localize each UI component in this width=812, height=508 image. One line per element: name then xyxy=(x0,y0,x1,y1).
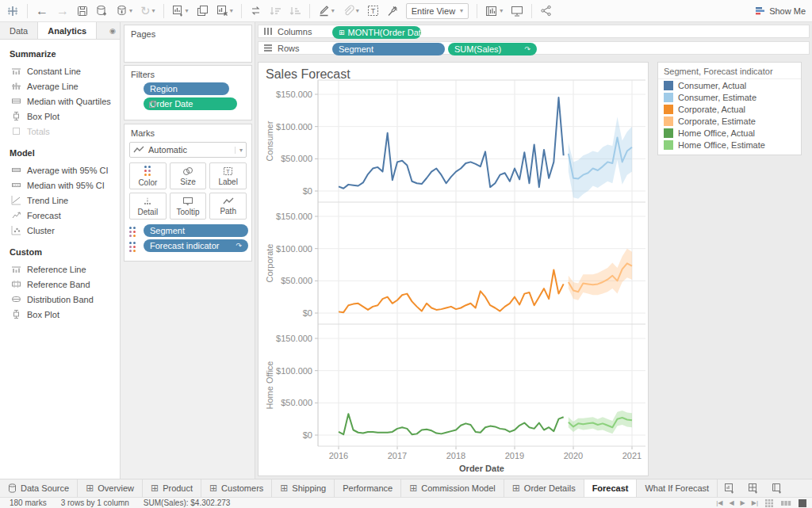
filter-pill-region[interactable]: Region xyxy=(144,82,229,95)
prev-page-icon[interactable]: ◀ xyxy=(729,499,733,506)
grid-view-icon[interactable] xyxy=(764,498,774,508)
share-icon[interactable] xyxy=(540,5,552,17)
consumer-forecast-band[interactable] xyxy=(569,116,632,198)
sales-forecast-chart[interactable]: 201620172018201920202021$150.000$100.000… xyxy=(259,63,648,476)
last-page-icon[interactable]: ▶| xyxy=(752,499,758,506)
new-worksheet-button[interactable] xyxy=(718,479,741,497)
highlight-icon[interactable]: ▾ xyxy=(318,5,335,17)
legend-card[interactable]: Segment, Forecast indicator Consumer, Ac… xyxy=(657,62,802,155)
tab-overview[interactable]: ⊞Overview xyxy=(78,479,143,497)
path-button[interactable]: Path xyxy=(209,193,247,220)
filter-pill-order-date[interactable]: Order Date xyxy=(144,97,237,110)
next-page-icon[interactable]: ▶ xyxy=(741,499,745,506)
show-labels-icon[interactable]: ▾ xyxy=(485,6,503,17)
pages-card[interactable]: Pages xyxy=(124,25,252,63)
undo-icon[interactable]: ← xyxy=(36,5,48,17)
caret-down-icon[interactable]: ▾ xyxy=(356,8,359,14)
sort-ascending-icon[interactable] xyxy=(270,5,282,17)
tab-analytics[interactable]: Analytics xyxy=(38,22,97,39)
legend-item[interactable]: Corporate, Actual xyxy=(658,103,801,115)
analytics-item-constant-line[interactable]: Constant Line xyxy=(0,63,120,78)
tab-commission-model[interactable]: ⊞Commission Model xyxy=(401,479,504,497)
legend-item[interactable]: Consumer, Actual xyxy=(658,79,801,91)
analytics-item-distribution-band[interactable]: Distribution Band xyxy=(0,292,120,307)
swap-axes-icon[interactable] xyxy=(250,5,262,17)
tab-performance[interactable]: Performance xyxy=(335,479,401,497)
presentation-mode-icon[interactable] xyxy=(511,6,523,17)
sort-descending-icon[interactable] xyxy=(289,5,301,17)
new-dashboard-button[interactable] xyxy=(741,479,765,497)
single-view-icon[interactable] xyxy=(798,498,807,508)
detail-button[interactable]: Detail xyxy=(129,193,167,220)
marks-pill-forecast-indicator[interactable]: Forecast indicator↷ xyxy=(144,239,248,252)
rows-shelf[interactable]: Rows Segment SUM(Sales)↷ xyxy=(258,41,810,55)
new-worksheet-icon[interactable]: ▾ xyxy=(172,5,189,17)
show-me-button[interactable]: Show Me xyxy=(755,6,806,16)
save-icon[interactable] xyxy=(77,6,88,17)
clear-sheet-icon[interactable]: ▾ xyxy=(216,5,233,17)
caret-down-icon[interactable]: ▾ xyxy=(186,8,189,14)
analytics-item-median-ci[interactable]: Median with 95% CI xyxy=(0,178,120,193)
analytics-item-cluster[interactable]: Cluster xyxy=(0,223,120,238)
home-office-actual-line[interactable] xyxy=(339,414,564,434)
rows-pill-segment[interactable]: Segment xyxy=(332,43,445,55)
datasource-icon[interactable]: ▾ xyxy=(116,5,132,17)
tooltip-button[interactable]: Tooltip xyxy=(170,193,207,220)
format-paperclip-icon[interactable]: ▾ xyxy=(343,5,359,17)
rows-pill-sum-sales[interactable]: SUM(Sales)↷ xyxy=(448,43,537,55)
filters-card[interactable]: Filters Region Order Date xyxy=(124,65,252,120)
pane-pin-icon[interactable]: ◉ xyxy=(105,22,120,39)
analytics-item-trend-line[interactable]: Trend Line xyxy=(0,193,120,208)
columns-pill-month-order-date[interactable]: ⊞MONTH(Order Dat.. xyxy=(332,26,421,39)
tab-what-if-forecast[interactable]: What If Forecast xyxy=(637,479,718,497)
new-story-button[interactable] xyxy=(765,479,789,497)
analytics-item-average-line[interactable]: Average Line xyxy=(0,78,120,94)
caret-down-icon[interactable]: ▾ xyxy=(331,8,335,14)
caret-down-icon[interactable]: ▾ xyxy=(152,8,155,14)
tab-forecast[interactable]: Forecast xyxy=(584,479,638,497)
tab-product[interactable]: ⊞Product xyxy=(143,479,201,497)
caret-down-icon[interactable]: ▾ xyxy=(230,8,233,14)
legend-item[interactable]: Home Office, Estimate xyxy=(658,139,801,151)
marks-card[interactable]: Marks Automatic ▾ Color Size TLabel Deta… xyxy=(124,124,252,262)
caret-down-icon[interactable]: ▾ xyxy=(500,8,503,14)
caret-down-icon[interactable]: ▾ xyxy=(235,147,243,154)
tab-data[interactable]: Data xyxy=(0,22,38,39)
new-datasource-icon[interactable] xyxy=(96,5,108,17)
marks-pill-segment[interactable]: Segment xyxy=(144,224,248,237)
duplicate-sheet-icon[interactable] xyxy=(197,5,209,17)
size-button[interactable]: Size xyxy=(170,162,207,189)
refresh-icon[interactable]: ↻▾ xyxy=(140,5,155,17)
tab-data-source[interactable]: Data Source xyxy=(0,479,78,497)
tab-order-details[interactable]: ⊞Order Details xyxy=(504,479,584,497)
analytics-item-reference-line[interactable]: Reference Line xyxy=(0,262,120,277)
fix-axes-pin-icon[interactable] xyxy=(387,6,398,17)
label-button[interactable]: TLabel xyxy=(209,162,247,189)
columns-shelf[interactable]: Columns ⊞MONTH(Order Dat.. xyxy=(258,25,810,38)
color-button[interactable]: Color xyxy=(129,162,167,189)
mark-type-dropdown[interactable]: Automatic ▾ xyxy=(129,142,247,158)
consumer-actual-line[interactable] xyxy=(339,97,564,189)
caret-down-icon[interactable]: ▾ xyxy=(460,7,463,14)
filmstrip-view-icon[interactable] xyxy=(780,498,791,508)
mark-button-label: Color xyxy=(138,178,157,187)
analytics-item-reference-band[interactable]: Reference Band xyxy=(0,277,120,292)
analytics-item-forecast[interactable]: Forecast xyxy=(0,208,120,223)
first-page-icon[interactable]: |◀ xyxy=(716,499,722,506)
fit-selector[interactable]: Entire View▾ xyxy=(406,3,469,19)
legend-item[interactable]: Home Office, Actual xyxy=(658,127,801,139)
legend-item[interactable]: Consumer, Estimate xyxy=(658,91,801,103)
tab-shipping[interactable]: ⊞Shipping xyxy=(272,479,335,497)
home-office-forecast-band[interactable] xyxy=(569,411,632,434)
redo-icon[interactable]: → xyxy=(56,5,69,17)
corporate-actual-line[interactable] xyxy=(339,270,564,313)
caret-down-icon[interactable]: ▾ xyxy=(129,8,132,14)
analytics-item-average-ci[interactable]: Average with 95% CI xyxy=(0,162,120,178)
tab-customers[interactable]: ⊞Customers xyxy=(201,479,272,497)
date-plus-icon[interactable]: ⊞ xyxy=(339,29,345,36)
analytics-item-box-plot-custom[interactable]: Box Plot xyxy=(0,307,120,322)
analytics-item-box-plot[interactable]: Box Plot xyxy=(0,109,120,124)
legend-item[interactable]: Corporate, Estimate xyxy=(658,115,801,127)
analytics-item-median-with-quartiles[interactable]: Median with Quartiles xyxy=(0,94,120,109)
show-mark-labels-icon[interactable]: T xyxy=(367,5,379,17)
